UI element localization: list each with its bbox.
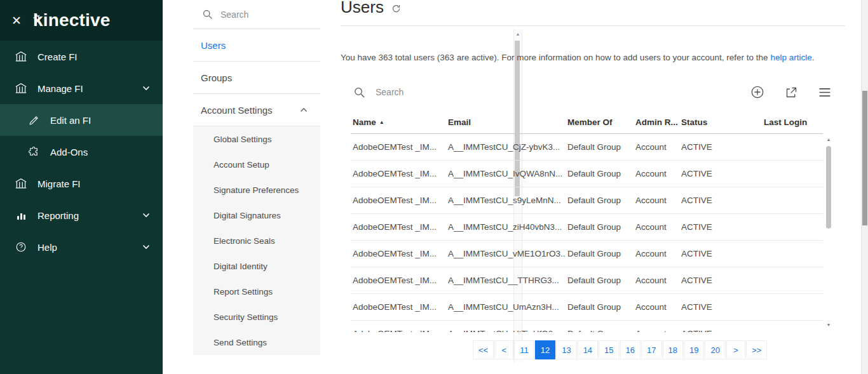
sidebar-item-edit-an-fi[interactable]: Edit an FI — [0, 104, 163, 136]
cell-email: A__IMMTestCU_UmAzn3H... — [446, 302, 566, 312]
column-header-admin-r[interactable]: Admin R... — [634, 117, 679, 127]
table-row[interactable]: AdobeOEMTest _IM...A__IMMTestCU__TTHRG3.… — [351, 267, 823, 294]
nav-subitem-digital-identity[interactable]: Digital Identity — [193, 253, 320, 279]
bank-icon — [14, 51, 28, 62]
chevron-up-icon — [300, 107, 308, 112]
nav-search-input[interactable] — [219, 9, 304, 20]
page-button-14[interactable]: 14 — [578, 340, 598, 359]
sort-asc-icon: ▲ — [379, 119, 384, 125]
cell-member-of: Default Group — [566, 222, 634, 232]
nav-subitem-security-settings[interactable]: Security Settings — [193, 304, 320, 330]
nav-subitem-report-settings[interactable]: Report Settings — [193, 279, 320, 304]
cell-admin-role: Account — [634, 196, 679, 205]
users-search-input[interactable] — [374, 86, 567, 98]
scroll-up-icon[interactable]: ▲ — [824, 135, 833, 144]
page-nav-last[interactable]: >> — [746, 340, 767, 359]
table-row[interactable]: AdobeOEMTest _IM...A__IMMTestCU_s9yLeMnN… — [351, 187, 823, 214]
page-button-12[interactable]: 12 — [535, 340, 555, 359]
nav-item-groups[interactable]: Groups — [193, 62, 320, 94]
page-button-17[interactable]: 17 — [641, 340, 661, 359]
table-row[interactable]: AdobeOEMTest _IM...A__IMMTestCU_CjZ-ybvK… — [351, 134, 823, 161]
page-button-13[interactable]: 13 — [556, 340, 576, 359]
page-button-15[interactable]: 15 — [599, 340, 619, 359]
cell-admin-role: Account — [634, 169, 679, 178]
cell-email: A__IMMTestCU_s9yLeMnN... — [446, 196, 566, 205]
cell-email: A__IMMTestCU_IvQWA8nN... — [446, 169, 566, 178]
sidebar-item-manage-fi[interactable]: Manage FI — [0, 72, 163, 104]
sidebar-item-label: Manage FI — [37, 83, 83, 94]
sidebar-item-migrate-fi[interactable]: Migrate FI — [0, 168, 163, 199]
page-title: Users — [341, 0, 384, 17]
table-row[interactable]: AdobeOEMTest _IM...A__IMMTestCU_UmAzn3H.… — [351, 294, 823, 321]
nav-subitem-digital-signatures[interactable]: Digital Signatures — [193, 203, 320, 228]
cell-member-of: Default Group — [566, 276, 634, 285]
cell-status: ACTIVE — [679, 169, 762, 178]
page-button-20[interactable]: 20 — [705, 340, 725, 359]
help-article-link[interactable]: help article — [770, 53, 811, 62]
nav-subitem-send-settings[interactable]: Send Settings — [193, 330, 320, 355]
column-header-email[interactable]: Email — [446, 117, 566, 127]
nav-subitem-global-settings[interactable]: Global Settings — [193, 126, 320, 152]
scroll-down-icon[interactable]: ▼ — [824, 320, 833, 329]
page-nav-first[interactable]: << — [473, 340, 494, 359]
column-header-status[interactable]: Status — [679, 117, 762, 127]
page-nav-prev[interactable]: < — [494, 340, 513, 359]
nav-item-users[interactable]: Users — [193, 29, 320, 62]
window-scrollbar-thumb[interactable] — [862, 91, 867, 225]
page-button-16[interactable]: 16 — [620, 340, 641, 359]
summary-suffix: . — [812, 53, 815, 62]
sidebar-item-create-fi[interactable]: Create FI — [0, 41, 163, 72]
window-scrollbar[interactable] — [861, 0, 868, 374]
table-scrollbar-thumb[interactable] — [826, 146, 831, 229]
menu-icon[interactable] — [818, 88, 831, 97]
cell-member-of: Default Group — [566, 142, 634, 152]
table-body: AdobeOEMTest _IM...A__IMMTestCU_CjZ-ybvK… — [351, 134, 823, 332]
cell-member-of: Default Group — [566, 302, 634, 312]
admin-console-window: ✕ kinective Create FIManage FIEdit an FI… — [0, 0, 868, 374]
sidebar-item-help[interactable]: Help — [0, 231, 163, 263]
logo-text: kinective — [33, 10, 111, 30]
column-header-member-of[interactable]: Member Of — [566, 117, 634, 127]
kinective-logo: kinective — [33, 11, 111, 29]
cell-name: AdobeOEMTest _IM... — [351, 169, 446, 178]
table-scrollbar[interactable]: ▲ ▼ — [824, 135, 833, 329]
page-button-19[interactable]: 19 — [684, 340, 704, 359]
chevron-down-icon — [142, 244, 150, 250]
cell-name: AdobeOEMTest _IM... — [351, 196, 446, 205]
column-header-last-login[interactable]: Last Login — [762, 117, 823, 127]
page-button-18[interactable]: 18 — [663, 340, 683, 359]
table-row[interactable]: AdobeOEMTest _IM...A__IMMTestCU_IvQWA8nN… — [351, 161, 823, 187]
sidebar-item-reporting[interactable]: Reporting — [0, 199, 163, 231]
cell-status: ACTIVE — [679, 302, 762, 312]
page-button-11[interactable]: 11 — [514, 340, 534, 359]
add-user-icon[interactable] — [750, 85, 764, 99]
nav-subitem-account-setup[interactable]: Account Setup — [193, 152, 320, 177]
column-header-name[interactable]: Name▲ — [351, 117, 446, 127]
refresh-icon[interactable] — [391, 4, 401, 13]
table-row[interactable]: AdobeOEMTest _IM...A__IMMTestCU_vME1O1rO… — [351, 241, 823, 267]
cell-email: A__IMMTestCU_CjZ-ybvK3... — [446, 142, 566, 152]
chevron-down-icon — [142, 86, 150, 91]
cell-status: ACTIVE — [679, 196, 762, 205]
bank-gear-icon — [14, 83, 28, 94]
export-icon[interactable] — [785, 86, 798, 99]
sidebar-item-label: Help — [37, 242, 57, 253]
table-toolbar — [341, 82, 845, 102]
settings-nav-panel: UsersGroupsAccount Settings Global Setti… — [193, 0, 320, 374]
cell-status: ACTIVE — [679, 276, 762, 285]
table-row[interactable]: AdobeOEMTest _IM...A__IMMTestCU_ziH40vbN… — [351, 214, 823, 241]
cell-status: ACTIVE — [679, 329, 762, 332]
sidebar-item-add-ons[interactable]: Add-Ons — [0, 136, 163, 168]
nav-subitem-signature-preferences[interactable]: Signature Preferences — [193, 177, 320, 203]
close-icon[interactable]: ✕ — [11, 15, 22, 27]
page-nav-next[interactable]: > — [726, 340, 745, 359]
cell-admin-role: Account — [634, 276, 679, 285]
nav-item-account-settings[interactable]: Account Settings — [193, 94, 320, 126]
cell-name: AdobeOEMTest _IM... — [351, 222, 446, 232]
cell-admin-role: Account — [634, 302, 679, 312]
table-row[interactable]: AdobeOEMTest _IM...A__IMMTestCU_UtTi_HfO… — [351, 321, 823, 332]
sidebar-menu: Create FIManage FIEdit an FIAdd-OnsMigra… — [0, 41, 163, 263]
nav-subitem-electronic-seals[interactable]: Electronic Seals — [193, 228, 320, 253]
cell-member-of: Default Group — [566, 169, 634, 178]
cell-name: AdobeOEMTest _IM... — [351, 329, 446, 332]
